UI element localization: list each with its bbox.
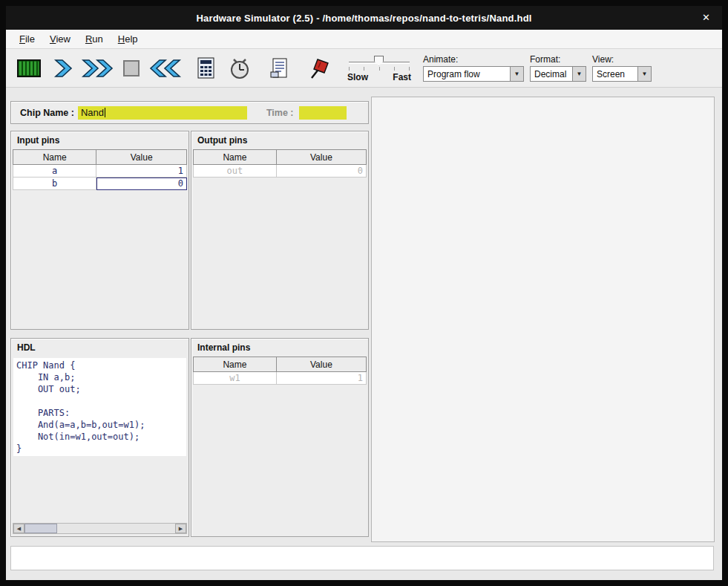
clear-button[interactable] <box>303 52 337 85</box>
titlebar[interactable]: Hardware Simulator (2.5) - /home/thomas/… <box>6 6 722 30</box>
pin-name-cell: out <box>194 165 277 178</box>
slider-slow-label: Slow <box>347 72 368 82</box>
hdl-panel: HDL CHIP Nand { IN a,b; OUT out; PARTS: … <box>10 338 189 537</box>
table-row: b 0 <box>13 178 187 190</box>
hdl-horizontal-scrollbar[interactable]: ◀ ▶ <box>13 523 187 534</box>
table-header-row: Name Value <box>194 357 367 372</box>
format-select[interactable]: Decimal ▼ <box>530 66 586 82</box>
animate-dropdown-button[interactable]: ▼ <box>510 67 523 81</box>
menu-help[interactable]: Help <box>111 30 145 48</box>
table-row: a 1 <box>13 165 187 178</box>
slider-fast-label: Fast <box>393 72 411 82</box>
internal-pins-table: Name Value w1 1 <box>193 357 367 385</box>
view-select[interactable]: Screen ▼ <box>592 66 652 82</box>
output-pins-table: Name Value out 0 <box>193 149 367 178</box>
chip-name-label: Chip Name : <box>20 108 74 118</box>
column-header-name: Name <box>194 357 277 372</box>
window-title: Hardware Simulator (2.5) - /home/thomas/… <box>196 13 531 24</box>
scrollbar-thumb[interactable] <box>24 524 57 533</box>
format-label: Format: <box>530 54 586 65</box>
hdl-code-view[interactable]: CHIP Nand { IN a,b; OUT out; PARTS: And(… <box>13 358 186 456</box>
view-label: View: <box>592 54 652 65</box>
step-chevron-icon <box>50 57 76 79</box>
stop-button[interactable] <box>114 52 148 85</box>
table-header-row: Name Value <box>13 150 187 165</box>
slider-labels: Slow Fast <box>347 72 411 82</box>
input-pins-panel: Input pins Name Value a 1 b 0 <box>10 131 189 330</box>
table-row: w1 1 <box>194 372 367 385</box>
column-header-value: Value <box>96 150 187 165</box>
calculator-icon <box>194 56 217 80</box>
eraser-brush-icon <box>306 56 333 80</box>
speed-slider[interactable]: Slow Fast <box>347 52 411 85</box>
run-button[interactable] <box>80 52 114 85</box>
internal-pins-title: Internal pins <box>191 339 368 355</box>
table-row: out 0 <box>194 165 367 178</box>
menu-file[interactable]: File <box>12 30 42 48</box>
pin-value-cell: 1 <box>276 372 366 385</box>
rewind-icon <box>149 57 182 79</box>
menu-run[interactable]: Run <box>78 30 111 48</box>
chip-name-value: Nand <box>81 107 104 118</box>
status-bar <box>10 546 714 570</box>
table-header-row: Name Value <box>194 150 367 165</box>
slider-thumb[interactable] <box>374 56 384 66</box>
scroll-right-icon[interactable]: ▶ <box>175 524 186 533</box>
text-caret <box>105 108 105 117</box>
chevron-down-icon: ▼ <box>642 71 648 77</box>
view-value: Screen <box>593 69 637 79</box>
format-dropdown-button[interactable]: ▼ <box>572 67 586 81</box>
time-label: Time : <box>266 108 294 118</box>
stop-square-icon <box>120 57 142 79</box>
hdl-title: HDL <box>11 339 188 355</box>
animate-select[interactable]: Program flow ▼ <box>423 66 524 82</box>
scroll-left-icon[interactable]: ◀ <box>13 524 24 533</box>
fast-forward-icon <box>81 57 114 79</box>
chevron-down-icon: ▼ <box>577 71 583 77</box>
view-dropdown-button[interactable]: ▼ <box>637 67 651 81</box>
window-frame: Hardware Simulator (2.5) - /home/thomas/… <box>0 0 728 586</box>
chip-name-bar: Chip Name : Nand Time : <box>10 101 369 124</box>
screen-canvas-area <box>371 97 715 542</box>
clock-icon <box>228 56 252 80</box>
menu-view[interactable]: View <box>42 30 78 48</box>
pin-name-cell: b <box>13 178 96 190</box>
single-step-button[interactable] <box>46 52 80 85</box>
calculator-button[interactable] <box>188 52 223 85</box>
time-field <box>299 106 347 120</box>
script-icon <box>269 56 291 80</box>
animate-value: Program flow <box>424 69 510 79</box>
chevron-down-icon: ▼ <box>514 71 520 77</box>
column-header-name: Name <box>194 150 277 165</box>
input-pins-title: Input pins <box>11 131 188 148</box>
toolbar-combo-group: Animate: Program flow ▼ Format: Decimal … <box>423 54 652 82</box>
column-header-value: Value <box>276 150 366 165</box>
column-header-value: Value <box>276 357 366 372</box>
internal-pins-panel: Internal pins Name Value w1 1 <box>191 338 369 537</box>
format-value: Decimal <box>531 69 572 79</box>
reset-button[interactable] <box>148 52 183 85</box>
chip-icon <box>14 57 44 79</box>
close-icon[interactable]: ✕ <box>702 12 710 23</box>
column-header-name: Name <box>13 150 96 165</box>
pin-value-cell: 0 <box>276 165 366 178</box>
input-pins-table: Name Value a 1 b 0 <box>13 149 187 190</box>
output-pins-panel: Output pins Name Value out 0 <box>191 131 369 330</box>
pin-name-cell: a <box>13 165 96 178</box>
load-chip-button[interactable] <box>12 52 46 85</box>
menubar: File View Run Help <box>6 30 722 49</box>
load-script-button[interactable] <box>263 52 297 85</box>
clock-button[interactable] <box>223 52 257 85</box>
animate-label: Animate: <box>423 54 524 65</box>
toolbar: Slow Fast Animate: Program flow ▼ Format… <box>6 49 722 88</box>
slider-ticks <box>349 67 410 71</box>
pin-value-cell-focused[interactable]: 0 <box>96 178 187 190</box>
chip-name-input[interactable]: Nand <box>78 106 247 120</box>
pin-value-cell[interactable]: 1 <box>96 165 187 178</box>
output-pins-title: Output pins <box>191 131 368 148</box>
pin-name-cell: w1 <box>194 372 277 385</box>
app-window: Hardware Simulator (2.5) - /home/thomas/… <box>6 6 722 580</box>
